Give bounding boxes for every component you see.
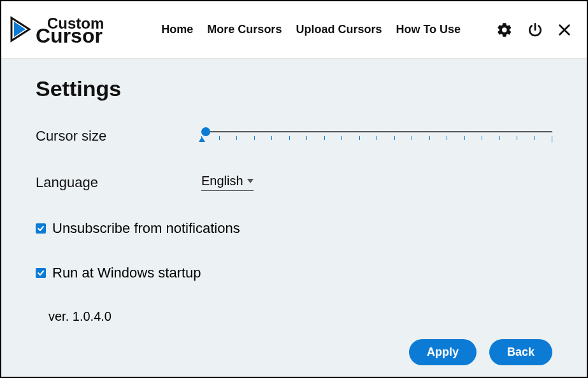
main: Settings Cursor size Language English xyxy=(1,59,587,324)
cursor-logo-icon xyxy=(9,15,33,43)
power-icon[interactable] xyxy=(527,22,543,38)
cursor-size-slider[interactable] xyxy=(201,131,552,143)
header: Custom Cursor Home More Cursors Upload C… xyxy=(1,1,587,59)
nav: Home More Cursors Upload Cursors How To … xyxy=(161,23,461,36)
check-icon xyxy=(37,225,45,232)
header-icons xyxy=(496,22,571,38)
unsubscribe-checkbox[interactable] xyxy=(36,223,46,234)
cursor-size-row: Cursor size xyxy=(36,128,552,144)
slider-ticks xyxy=(201,136,552,143)
footer: Apply Back xyxy=(409,339,552,365)
unsubscribe-row: Unsubscribe from notifications xyxy=(36,220,552,237)
slider-track xyxy=(201,131,552,132)
page-title: Settings xyxy=(36,76,552,101)
version-text: ver. 1.0.4.0 xyxy=(48,309,552,324)
nav-upload-cursors[interactable]: Upload Cursors xyxy=(296,23,382,36)
nav-more-cursors[interactable]: More Cursors xyxy=(207,23,282,36)
unsubscribe-label: Unsubscribe from notifications xyxy=(52,220,240,237)
language-value: English xyxy=(201,174,243,188)
language-row: Language English xyxy=(36,174,552,191)
startup-row: Run at Windows startup xyxy=(36,265,552,281)
logo-text: Custom Cursor xyxy=(36,17,104,45)
apply-button[interactable]: Apply xyxy=(409,339,477,365)
startup-checkbox[interactable] xyxy=(36,268,46,278)
cursor-size-label: Cursor size xyxy=(36,128,201,144)
back-button[interactable]: Back xyxy=(489,339,552,365)
language-select[interactable]: English xyxy=(201,174,254,191)
logo-text-bot: Cursor xyxy=(36,27,104,45)
svg-marker-3 xyxy=(247,179,254,183)
check-icon xyxy=(37,269,45,277)
nav-home[interactable]: Home xyxy=(161,23,193,36)
slider-thumb[interactable] xyxy=(201,127,210,136)
chevron-down-icon xyxy=(247,179,254,184)
gear-icon[interactable] xyxy=(496,22,513,38)
startup-label: Run at Windows startup xyxy=(52,265,201,281)
language-label: Language xyxy=(36,174,201,191)
nav-how-to-use[interactable]: How To Use xyxy=(396,23,461,36)
close-icon[interactable] xyxy=(557,23,571,37)
app-logo[interactable]: Custom Cursor xyxy=(9,15,104,43)
